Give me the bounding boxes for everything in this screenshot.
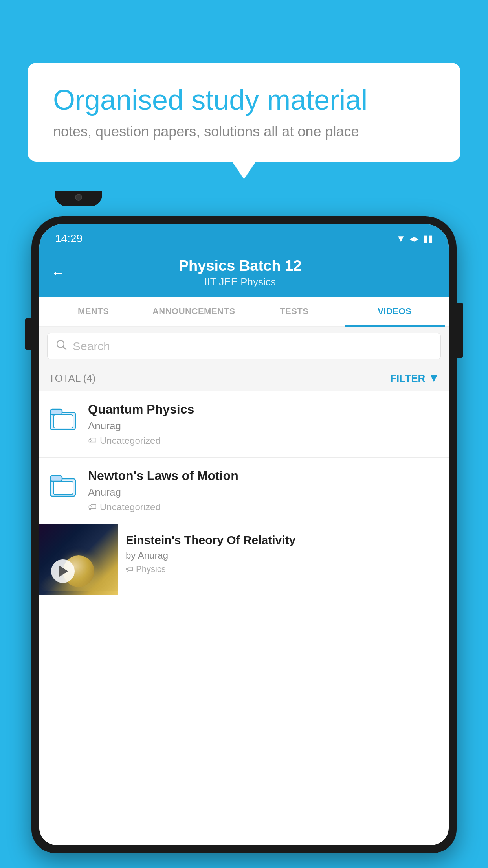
item-author: Anurag — [88, 486, 439, 498]
phone-container: 14:29 ▼ ◂▸ ▮▮ ← Physics Batch 12 IIT JEE… — [31, 216, 457, 868]
tag-label: Uncategorized — [100, 502, 161, 513]
signal-icon: ◂▸ — [409, 233, 419, 244]
play-icon — [59, 566, 68, 577]
bubble-title: Organised study material — [53, 85, 435, 116]
total-label: TOTAL (4) — [49, 372, 95, 384]
filter-button[interactable]: FILTER ▼ — [390, 372, 439, 384]
item-author: by Anurag — [126, 550, 441, 561]
folder-icon — [49, 470, 80, 500]
back-button[interactable]: ← — [51, 265, 65, 281]
svg-rect-6 — [50, 476, 62, 481]
svg-rect-3 — [50, 409, 62, 415]
list-item-content: Newton's Laws of Motion Anurag 🏷 Uncateg… — [88, 469, 439, 513]
item-tag: 🏷 Uncategorized — [88, 435, 439, 446]
tag-label: Uncategorized — [100, 435, 161, 446]
status-icons: ▼ ◂▸ ▮▮ — [396, 233, 433, 244]
tab-ments[interactable]: MENTS — [43, 297, 144, 326]
tag-label: Physics — [136, 564, 166, 574]
item-title: Newton's Laws of Motion — [88, 469, 439, 483]
thumbnail-content: Einstein's Theory Of Relativity by Anura… — [118, 524, 449, 595]
status-bar: 14:29 ▼ ◂▸ ▮▮ — [39, 224, 449, 250]
wifi-icon: ▼ — [396, 233, 405, 244]
search-input[interactable]: Search — [73, 340, 110, 353]
tabs-container: MENTS ANNOUNCEMENTS TESTS VIDEOS — [39, 297, 449, 327]
list-item[interactable]: Newton's Laws of Motion Anurag 🏷 Uncateg… — [39, 458, 449, 524]
folder-icon — [49, 404, 80, 434]
phone-screen: 14:29 ▼ ◂▸ ▮▮ ← Physics Batch 12 IIT JEE… — [39, 224, 449, 845]
search-icon — [55, 339, 67, 353]
list-item[interactable]: Quantum Physics Anurag 🏷 Uncategorized — [39, 391, 449, 458]
item-tag: 🏷 Uncategorized — [88, 502, 439, 513]
play-button[interactable] — [51, 559, 75, 583]
tab-videos[interactable]: VIDEOS — [345, 297, 445, 326]
filter-label: FILTER — [390, 372, 425, 384]
search-bar[interactable]: Search — [47, 333, 441, 359]
svg-rect-4 — [53, 415, 73, 428]
bubble-subtitle: notes, question papers, solutions all at… — [53, 123, 435, 140]
tab-tests[interactable]: TESTS — [244, 297, 345, 326]
svg-line-1 — [63, 347, 66, 349]
phone-outer: 14:29 ▼ ◂▸ ▮▮ ← Physics Batch 12 IIT JEE… — [31, 216, 457, 853]
list-container: Quantum Physics Anurag 🏷 Uncategorized — [39, 391, 449, 845]
list-item-einstein[interactable]: Einstein's Theory Of Relativity by Anura… — [39, 524, 449, 595]
item-author: Anurag — [88, 420, 439, 432]
filter-funnel-icon: ▼ — [428, 372, 439, 384]
thumbnail-image — [39, 524, 118, 595]
tag-icon: 🏷 — [88, 436, 97, 446]
speech-bubble-container: Organised study material notes, question… — [28, 63, 460, 162]
app-bar: ← Physics Batch 12 IIT JEE Physics — [39, 250, 449, 297]
filter-bar: TOTAL (4) FILTER ▼ — [39, 366, 449, 391]
tag-icon: 🏷 — [126, 565, 134, 574]
tag-icon: 🏷 — [88, 502, 97, 512]
svg-rect-7 — [53, 481, 73, 495]
item-title: Quantum Physics — [88, 402, 439, 417]
search-container: Search — [39, 327, 449, 366]
app-bar-subtitle: IIT JEE Physics — [73, 276, 407, 288]
app-bar-title-area: Physics Batch 12 IIT JEE Physics — [73, 257, 407, 288]
battery-icon: ▮▮ — [423, 233, 433, 244]
item-tag: 🏷 Physics — [126, 564, 441, 574]
status-time: 14:29 — [55, 232, 83, 245]
tab-announcements[interactable]: ANNOUNCEMENTS — [144, 297, 244, 326]
item-title: Einstein's Theory Of Relativity — [126, 533, 441, 547]
list-item-content: Quantum Physics Anurag 🏷 Uncategorized — [88, 402, 439, 446]
speech-bubble: Organised study material notes, question… — [28, 63, 460, 162]
app-bar-title: Physics Batch 12 — [73, 257, 407, 274]
